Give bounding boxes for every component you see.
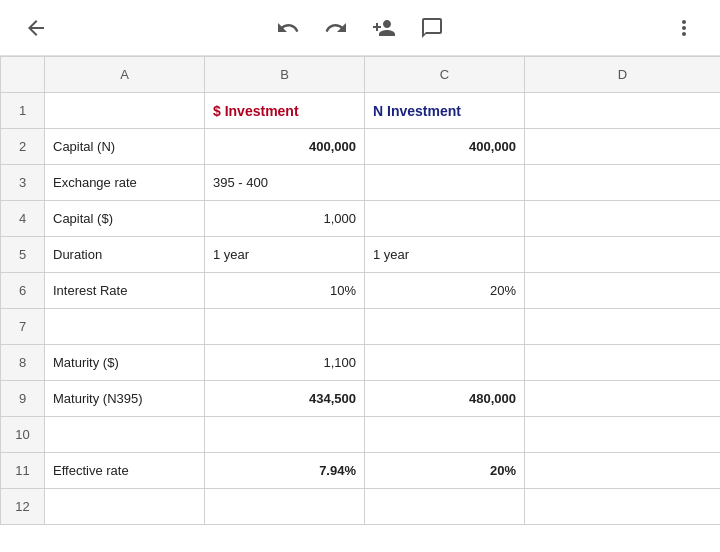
redo-icon: [324, 16, 348, 40]
cell-d-8[interactable]: [525, 345, 721, 381]
more-vertical-icon: [672, 16, 696, 40]
cell-b-11[interactable]: 7.94%: [205, 453, 365, 489]
cell-c-6[interactable]: 20%: [365, 273, 525, 309]
cell-a-5[interactable]: Duration: [45, 237, 205, 273]
row-number: 12: [1, 489, 45, 525]
table-row: 12: [1, 489, 721, 525]
table-row: 3Exchange rate395 - 400: [1, 165, 721, 201]
toolbar-right: [664, 8, 704, 48]
row-number: 9: [1, 381, 45, 417]
cell-c-3[interactable]: [365, 165, 525, 201]
cell-b-5[interactable]: 1 year: [205, 237, 365, 273]
toolbar-left: [16, 8, 56, 48]
cell-c-8[interactable]: [365, 345, 525, 381]
cell-a-4[interactable]: Capital ($): [45, 201, 205, 237]
table-row: 9Maturity (N395)434,500480,000: [1, 381, 721, 417]
row-number: 1: [1, 93, 45, 129]
column-header-row: A B C D: [1, 57, 721, 93]
cell-c-5[interactable]: 1 year: [365, 237, 525, 273]
cell-d-12[interactable]: [525, 489, 721, 525]
table-row: 1$ InvestmentN Investment: [1, 93, 721, 129]
undo-icon: [276, 16, 300, 40]
cell-d-9[interactable]: [525, 381, 721, 417]
cell-d-11[interactable]: [525, 453, 721, 489]
row-number: 8: [1, 345, 45, 381]
row-number: 5: [1, 237, 45, 273]
cell-b-10[interactable]: [205, 417, 365, 453]
comment-button[interactable]: [412, 8, 452, 48]
table-row: 7: [1, 309, 721, 345]
more-button[interactable]: [664, 8, 704, 48]
cell-d-6[interactable]: [525, 273, 721, 309]
table-row: 2Capital (N)400,000400,000: [1, 129, 721, 165]
row-number: 2: [1, 129, 45, 165]
cell-c-9[interactable]: 480,000: [365, 381, 525, 417]
cell-b-2[interactable]: 400,000: [205, 129, 365, 165]
undo-button[interactable]: [268, 8, 308, 48]
table-row: 11Effective rate7.94%20%: [1, 453, 721, 489]
row-number: 7: [1, 309, 45, 345]
dollar-investment-label: $ Investment: [213, 103, 299, 119]
col-header-b[interactable]: B: [205, 57, 365, 93]
table-row: 6Interest Rate10%20%: [1, 273, 721, 309]
cell-b-1[interactable]: $ Investment: [205, 93, 365, 129]
cell-b-4[interactable]: 1,000: [205, 201, 365, 237]
cell-d-10[interactable]: [525, 417, 721, 453]
cell-c-11[interactable]: 20%: [365, 453, 525, 489]
cell-a-11[interactable]: Effective rate: [45, 453, 205, 489]
row-number: 11: [1, 453, 45, 489]
cell-c-1[interactable]: N Investment: [365, 93, 525, 129]
back-icon: [24, 16, 48, 40]
cell-d-2[interactable]: [525, 129, 721, 165]
add-person-button[interactable]: [364, 8, 404, 48]
col-header-c[interactable]: C: [365, 57, 525, 93]
table-row: 10: [1, 417, 721, 453]
cell-c-12[interactable]: [365, 489, 525, 525]
cell-b-12[interactable]: [205, 489, 365, 525]
cell-b-3[interactable]: 395 - 400: [205, 165, 365, 201]
row-number: 10: [1, 417, 45, 453]
table-row: 4Capital ($)1,000: [1, 201, 721, 237]
cell-a-1[interactable]: [45, 93, 205, 129]
spreadsheet-table: A B C D 1$ InvestmentN Investment2Capita…: [0, 56, 720, 525]
cell-d-1[interactable]: [525, 93, 721, 129]
table-row: 8Maturity ($)1,100: [1, 345, 721, 381]
col-header-d[interactable]: D: [525, 57, 721, 93]
cell-a-3[interactable]: Exchange rate: [45, 165, 205, 201]
cell-b-7[interactable]: [205, 309, 365, 345]
cell-b-9[interactable]: 434,500: [205, 381, 365, 417]
toolbar-center: [268, 8, 452, 48]
row-number: 6: [1, 273, 45, 309]
cell-a-6[interactable]: Interest Rate: [45, 273, 205, 309]
cell-a-10[interactable]: [45, 417, 205, 453]
table-row: 5Duration1 year1 year: [1, 237, 721, 273]
back-button[interactable]: [16, 8, 56, 48]
add-person-icon: [372, 16, 396, 40]
col-header-a[interactable]: A: [45, 57, 205, 93]
spreadsheet: A B C D 1$ InvestmentN Investment2Capita…: [0, 56, 720, 552]
cell-a-9[interactable]: Maturity (N395): [45, 381, 205, 417]
cell-d-7[interactable]: [525, 309, 721, 345]
cell-a-7[interactable]: [45, 309, 205, 345]
cell-a-8[interactable]: Maturity ($): [45, 345, 205, 381]
cell-c-7[interactable]: [365, 309, 525, 345]
row-number: 3: [1, 165, 45, 201]
n-investment-label: N Investment: [373, 103, 461, 119]
comment-icon: [420, 16, 444, 40]
cell-d-5[interactable]: [525, 237, 721, 273]
cell-c-4[interactable]: [365, 201, 525, 237]
cell-c-10[interactable]: [365, 417, 525, 453]
toolbar: [0, 0, 720, 56]
cell-b-6[interactable]: 10%: [205, 273, 365, 309]
corner-header: [1, 57, 45, 93]
cell-d-4[interactable]: [525, 201, 721, 237]
cell-c-2[interactable]: 400,000: [365, 129, 525, 165]
row-number: 4: [1, 201, 45, 237]
redo-button[interactable]: [316, 8, 356, 48]
cell-d-3[interactable]: [525, 165, 721, 201]
cell-a-2[interactable]: Capital (N): [45, 129, 205, 165]
cell-b-8[interactable]: 1,100: [205, 345, 365, 381]
cell-a-12[interactable]: [45, 489, 205, 525]
